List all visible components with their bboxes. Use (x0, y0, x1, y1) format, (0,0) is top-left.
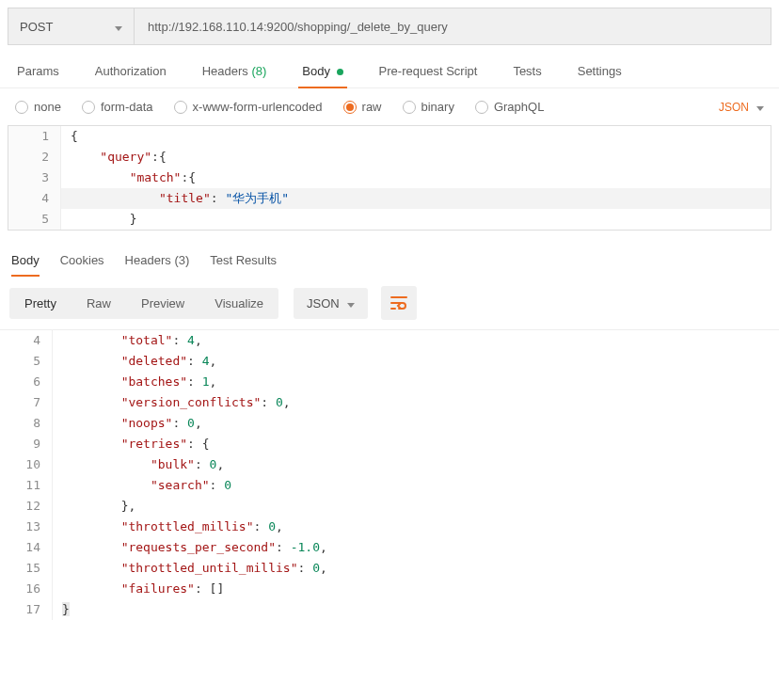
radio-label: GraphQL (494, 100, 544, 114)
method-select[interactable]: POST (8, 8, 135, 45)
tab-headers-count: (8) (251, 64, 266, 78)
radio-icon (82, 101, 95, 114)
line-number: 7 (0, 392, 53, 413)
code-line: "search": 0 (53, 475, 779, 496)
line-number: 4 (0, 330, 53, 351)
line-number: 1 (8, 126, 61, 147)
radio-binary[interactable]: binary (403, 100, 454, 114)
line-number: 15 (0, 558, 53, 579)
tab-headers-label: Headers (202, 64, 248, 78)
code-line: "deleted": 4, (53, 351, 779, 372)
radio-icon (15, 101, 28, 114)
radio-none[interactable]: none (15, 100, 61, 114)
radio-form-data[interactable]: form-data (82, 100, 153, 114)
code-line: "requests_per_second": -1.0, (53, 537, 779, 558)
line-number: 13 (0, 517, 53, 537)
code-line: "total": 4, (53, 330, 779, 351)
tab-settings[interactable]: Settings (574, 53, 626, 88)
view-preview-button[interactable]: Preview (126, 288, 199, 319)
view-mode-group: Pretty Raw Preview Visualize (9, 288, 278, 319)
code-line: "retries": { (53, 434, 779, 454)
radio-raw[interactable]: raw (343, 100, 382, 114)
code-line: "bulk": 0, (53, 454, 779, 475)
code-line: "throttled_until_millis": 0, (53, 558, 779, 579)
radio-graphql[interactable]: GraphQL (475, 100, 544, 114)
modified-dot-icon (337, 69, 343, 75)
tab-body[interactable]: Body (298, 53, 346, 88)
code-text: "华为手机" (225, 191, 289, 205)
line-number: 2 (8, 147, 61, 167)
radio-label: binary (421, 100, 454, 114)
chevron-down-icon (115, 20, 122, 34)
code-line: "failures": [] (53, 579, 779, 599)
request-body-editor[interactable]: 1{ 2 "query":{ 3 "match":{ 4 "title": "华… (8, 125, 771, 231)
code-line: "version_conflicts": 0, (53, 392, 779, 413)
raw-format-select[interactable]: JSON (719, 101, 764, 114)
line-number: 6 (0, 372, 53, 392)
radio-icon (475, 101, 488, 114)
line-number: 12 (0, 496, 53, 517)
line-number: 8 (0, 413, 53, 434)
tab-headers[interactable]: Headers (8) (199, 53, 271, 88)
request-bar: POST (0, 0, 779, 53)
raw-format-value: JSON (719, 101, 749, 114)
method-value: POST (20, 20, 53, 34)
line-number: 5 (8, 209, 61, 230)
chevron-down-icon (347, 296, 355, 310)
response-body-viewer[interactable]: 4 "total": 4,5 "deleted": 4,6 "batches":… (0, 329, 779, 620)
line-number: 9 (0, 434, 53, 454)
line-number: 3 (8, 167, 61, 188)
response-tab-test-results[interactable]: Test Results (210, 249, 277, 277)
code-text: "title" (159, 191, 211, 205)
tab-prerequest[interactable]: Pre-request Script (375, 53, 482, 88)
radio-label: none (34, 100, 61, 114)
line-number: 14 (0, 537, 53, 558)
request-tab-row: Params Authorization Headers (8) Body Pr… (0, 53, 779, 88)
tab-authorization[interactable]: Authorization (91, 53, 170, 88)
view-visualize-button[interactable]: Visualize (199, 288, 278, 319)
response-tab-headers-count: (3) (174, 253, 189, 267)
line-number: 11 (0, 475, 53, 496)
response-toolbar: Pretty Raw Preview Visualize JSON (0, 277, 779, 329)
radio-icon (403, 101, 416, 114)
response-tab-headers-label: Headers (125, 253, 171, 267)
line-number: 10 (0, 454, 53, 475)
line-number: 16 (0, 579, 53, 599)
wrap-lines-button[interactable] (381, 286, 417, 320)
tab-params[interactable]: Params (13, 53, 63, 88)
response-tab-headers[interactable]: Headers (3) (125, 249, 190, 277)
code-line: } (53, 599, 779, 620)
radio-label: form-data (101, 100, 153, 114)
tab-tests[interactable]: Tests (509, 53, 545, 88)
code-text: "match" (130, 170, 182, 184)
view-pretty-button[interactable]: Pretty (9, 288, 72, 319)
response-tab-body[interactable]: Body (11, 249, 40, 277)
code-text: { (71, 129, 78, 143)
response-tab-row: Body Cookies Headers (3) Test Results (0, 238, 779, 277)
response-format-value: JSON (307, 296, 340, 310)
chevron-down-icon (756, 101, 764, 114)
body-type-row: none form-data x-www-form-urlencoded raw… (0, 88, 779, 125)
wrap-icon (390, 295, 407, 310)
radio-urlencoded[interactable]: x-www-form-urlencoded (174, 100, 323, 114)
code-line: "batches": 1, (53, 372, 779, 392)
radio-label: x-www-form-urlencoded (193, 100, 323, 114)
code-text: } (130, 212, 137, 226)
view-raw-button[interactable]: Raw (72, 288, 126, 319)
url-input[interactable] (135, 8, 771, 45)
tab-body-label: Body (302, 64, 330, 78)
response-tab-cookies[interactable]: Cookies (60, 249, 104, 277)
code-line: "noops": 0, (53, 413, 779, 434)
line-number: 4 (8, 188, 61, 209)
radio-icon (174, 101, 187, 114)
code-line: }, (53, 496, 779, 517)
radio-icon (343, 101, 357, 114)
line-number: 5 (0, 351, 53, 372)
line-number: 17 (0, 599, 53, 620)
response-format-select[interactable]: JSON (294, 288, 368, 319)
radio-label: raw (362, 100, 382, 114)
code-text: "query" (100, 150, 151, 164)
code-line: "throttled_millis": 0, (53, 517, 779, 537)
